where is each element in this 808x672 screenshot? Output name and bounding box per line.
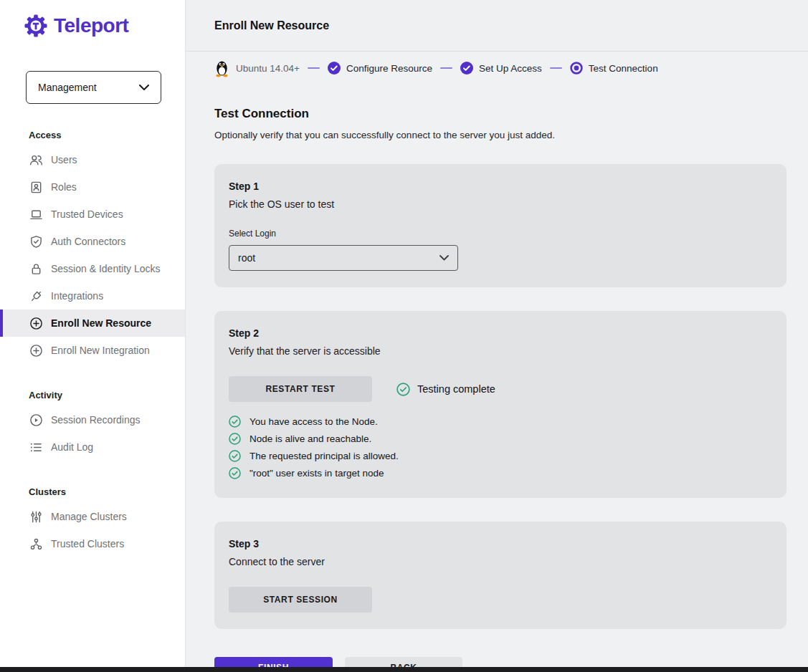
- testing-status: Testing complete: [396, 383, 495, 396]
- start-session-button[interactable]: START SESSION: [229, 587, 372, 613]
- window-bottom-edge: [0, 667, 808, 672]
- test-result-item: "root" user exists in target node: [229, 464, 772, 481]
- sidebar-item-auth-connectors[interactable]: Auth Connectors: [0, 228, 185, 255]
- main-content: Test Connection Optionally verify that y…: [214, 85, 786, 672]
- sidebar-item-integrations[interactable]: Integrations: [0, 282, 185, 309]
- step3-description: Connect to the server: [229, 556, 772, 567]
- nav-section-access: Access: [29, 130, 185, 140]
- success-check-icon: [229, 467, 241, 479]
- shield-check-icon: [29, 234, 43, 249]
- step-label: Test Connection: [589, 63, 658, 74]
- stepper-connector: [308, 67, 320, 69]
- play-circle-icon: [29, 413, 43, 427]
- page-title: Enroll New Resource: [214, 19, 329, 32]
- step3-title: Step 3: [229, 538, 772, 549]
- sidebar-item-enroll-new-integration[interactable]: Enroll New Integration: [0, 337, 185, 364]
- sidebar-item-label: Session Recordings: [51, 414, 141, 426]
- sidebar-item-trusted-clusters[interactable]: Trusted Clusters: [0, 530, 185, 557]
- sliders-icon: [29, 509, 43, 524]
- stepper-resource-label: Ubuntu 14.04+: [236, 63, 300, 74]
- enroll-stepper: Ubuntu 14.04+ Configure Resource Set Up …: [214, 52, 658, 85]
- network-icon: [29, 537, 43, 551]
- step3-card: Step 3 Connect to the server START SESSI…: [214, 522, 786, 629]
- sidebar-item-label: Roles: [51, 181, 77, 193]
- stepper-step-test-connection: Test Connection: [570, 62, 658, 75]
- step1-description: Pick the OS user to test: [229, 198, 772, 210]
- id-badge-icon: [29, 180, 43, 194]
- users-icon: [29, 153, 43, 167]
- step-complete-check-icon: [460, 62, 473, 75]
- sidebar-item-label: Auth Connectors: [51, 236, 125, 247]
- laptop-icon: [29, 207, 43, 221]
- sidebar-item-label: Session & Identity Locks: [51, 263, 161, 274]
- test-result-item: The requested principal is allowed.: [229, 447, 772, 464]
- restart-test-button[interactable]: RESTART TEST: [229, 376, 372, 402]
- stepper-connector: [550, 67, 562, 69]
- success-check-icon: [229, 450, 241, 462]
- sidebar-item-label: Enroll New Resource: [51, 317, 151, 329]
- plug-icon: [29, 289, 43, 303]
- step-label: Set Up Access: [479, 63, 542, 74]
- testing-status-text: Testing complete: [417, 383, 495, 395]
- stepper-step-set-up-access: Set Up Access: [460, 62, 542, 75]
- nav-section-clusters: Clusters: [29, 486, 185, 497]
- teleport-gear-icon: [24, 14, 47, 37]
- sidebar-item-label: Trusted Devices: [51, 208, 123, 220]
- sidebar-item-label: Users: [51, 154, 77, 165]
- workspace-selector[interactable]: Management: [26, 71, 161, 104]
- login-select-value: root: [238, 252, 255, 264]
- linux-tux-icon: [214, 59, 229, 77]
- chevron-down-icon: [139, 85, 149, 91]
- sidebar-item-audit-log[interactable]: Audit Log: [0, 433, 185, 461]
- plus-circle-icon: [29, 316, 43, 330]
- sidebar-item-session-recordings[interactable]: Session Recordings: [0, 406, 185, 433]
- sidebar-item-trusted-devices[interactable]: Trusted Devices: [0, 201, 185, 228]
- workspace-selector-value: Management: [38, 82, 97, 93]
- login-select[interactable]: root: [229, 245, 458, 271]
- stepper-step-configure-resource: Configure Resource: [328, 62, 432, 75]
- step2-title: Step 2: [229, 327, 772, 339]
- sidebar-item-label: Integrations: [51, 290, 103, 302]
- sidebar-item-label: Trusted Clusters: [51, 538, 124, 549]
- teleport-logo[interactable]: Teleport: [0, 0, 185, 37]
- success-check-icon: [229, 433, 241, 445]
- sidebar-item-manage-clusters[interactable]: Manage Clusters: [0, 503, 185, 530]
- step1-card: Step 1 Pick the OS user to test Select L…: [214, 164, 786, 287]
- step1-title: Step 1: [229, 181, 772, 192]
- section-subtitle: Optionally verify that you can successfu…: [214, 130, 786, 140]
- step-current-dot-icon: [570, 62, 583, 75]
- chevron-down-icon: [439, 255, 449, 261]
- plus-circle-icon: [29, 343, 43, 357]
- step-complete-check-icon: [328, 62, 341, 75]
- test-results-list: You have access to the Node. Node is ali…: [229, 413, 772, 481]
- step2-description: Verify that the server is accessible: [229, 345, 772, 357]
- section-title: Test Connection: [214, 107, 786, 121]
- success-check-icon: [396, 383, 410, 396]
- step2-card: Step 2 Verify that the server is accessi…: [214, 311, 786, 498]
- sidebar: Teleport Management Access Users Roles: [0, 0, 186, 667]
- sidebar-item-label: Audit Log: [51, 441, 93, 453]
- sidebar-item-label: Enroll New Integration: [51, 345, 150, 356]
- stepper-connector: [440, 67, 452, 69]
- sidebar-item-roles[interactable]: Roles: [0, 173, 185, 201]
- sidebar-item-label: Manage Clusters: [51, 511, 127, 522]
- test-result-item: You have access to the Node.: [229, 413, 772, 430]
- sidebar-item-session-identity-locks[interactable]: Session & Identity Locks: [0, 255, 185, 282]
- success-check-icon: [229, 416, 241, 428]
- sidebar-item-enroll-new-resource[interactable]: Enroll New Resource: [0, 309, 185, 337]
- page-header: Enroll New Resource: [186, 0, 808, 52]
- brand-name: Teleport: [54, 14, 128, 37]
- sidebar-item-users[interactable]: Users: [0, 146, 185, 173]
- step-label: Configure Resource: [346, 63, 432, 74]
- padlock-icon: [29, 261, 43, 276]
- nav-section-activity: Activity: [29, 390, 185, 400]
- list-icon: [29, 440, 43, 454]
- select-login-label: Select Login: [229, 229, 772, 239]
- test-result-item: Node is alive and reachable.: [229, 430, 772, 447]
